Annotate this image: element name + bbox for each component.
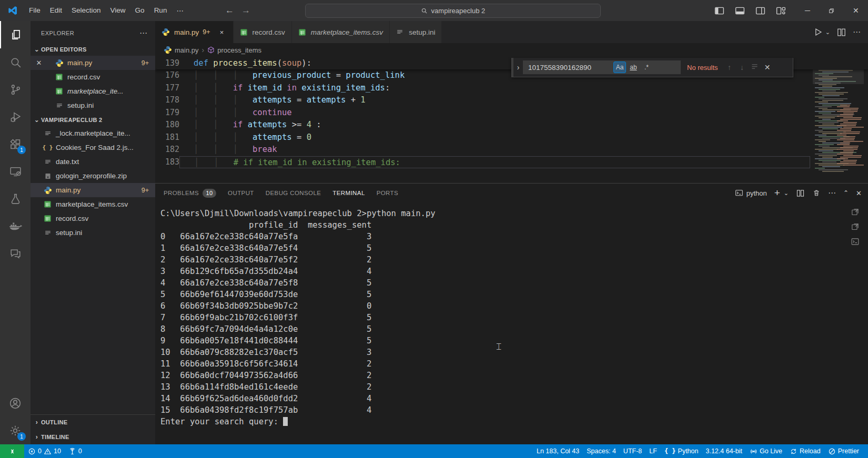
restore-button[interactable] <box>820 0 844 21</box>
regex-toggle[interactable]: .* <box>641 62 652 73</box>
tab-record-csv[interactable]: record.csv <box>234 21 292 43</box>
remote-indicator[interactable] <box>0 444 24 458</box>
customize-layout-icon[interactable] <box>772 3 790 18</box>
status-prettier[interactable]: Prettier <box>824 444 863 458</box>
problems-status[interactable]: 010 <box>24 444 65 458</box>
file-gologin-zeroprofile-zip[interactable]: gologin_zeroprofile.zip <box>31 169 155 183</box>
panel-tab-output[interactable]: OUTPUT <box>228 184 254 202</box>
file-record-csv[interactable]: record.csv <box>31 211 155 226</box>
open-editor-record-csv[interactable]: record.csv <box>31 70 155 84</box>
open-preview-icon[interactable] <box>851 208 860 217</box>
panel-tab-debug-console[interactable]: DEBUG CONSOLE <box>266 184 321 202</box>
open-editor-main-py[interactable]: ✕main.py9+ <box>31 56 155 70</box>
activity-files[interactable] <box>0 21 31 48</box>
activity-comments[interactable] <box>0 240 31 267</box>
panel-tab-terminal[interactable]: TERMINAL <box>332 184 365 202</box>
toggle-secondary-sidebar-icon[interactable] <box>751 3 770 18</box>
activity-source-control[interactable] <box>0 76 31 103</box>
tower-icon <box>68 447 76 455</box>
close-editor-icon[interactable]: ✕ <box>35 59 43 67</box>
find-close-button[interactable]: ✕ <box>761 63 774 72</box>
status-reload[interactable]: Reload <box>786 444 824 458</box>
status-python[interactable]: { }Python <box>661 444 702 458</box>
tab-setup-ini[interactable]: setup.ini <box>390 21 442 43</box>
editor-more-actions-button[interactable]: ⋯ <box>853 27 861 37</box>
folder-header[interactable]: ⌄ VAMPIREAPECLUB 2 <box>31 114 155 126</box>
maximize-panel-button[interactable]: ⌃ <box>843 189 849 197</box>
lines-file-icon <box>396 28 405 37</box>
file-main-py[interactable]: main.py9+ <box>31 183 155 197</box>
terminal-dropdown-icon[interactable]: ⌄ <box>784 190 789 197</box>
breadcrumb-main-py[interactable]: main.py <box>164 46 199 54</box>
minimap[interactable] <box>813 57 864 177</box>
terminal-profile-label[interactable]: python <box>735 189 767 197</box>
find-expand-icon[interactable]: › <box>513 63 523 72</box>
run-dropdown-icon[interactable]: ⌄ <box>825 29 830 36</box>
match-case-toggle[interactable]: Aa <box>613 62 626 73</box>
terminal-box-icon[interactable] <box>851 237 860 246</box>
close-tab-icon[interactable]: × <box>217 28 227 36</box>
activity-run-debug[interactable] <box>0 103 31 130</box>
activity-remote-explorer[interactable] <box>0 158 31 185</box>
file-setup-ini[interactable]: setup.ini <box>31 226 155 240</box>
activity-settings[interactable]: 1 <box>0 417 31 444</box>
status-3-12-4-64-bit[interactable]: 3.12.4 64-bit <box>702 444 746 458</box>
activity-testing[interactable] <box>0 185 31 212</box>
tab-main-py[interactable]: main.py9+× <box>155 21 234 43</box>
toggle-panel-icon[interactable] <box>731 3 749 18</box>
minimize-button[interactable]: ─ <box>795 0 820 21</box>
open-editor-marketplace-ite[interactable]: marketplace_ite... <box>31 84 155 98</box>
nav-forward-icon[interactable]: → <box>241 5 250 16</box>
file-date-txt[interactable]: date.txt <box>31 155 155 169</box>
status-lf[interactable]: LF <box>645 444 661 458</box>
activity-extensions[interactable]: 1 <box>0 130 31 158</box>
section-timeline[interactable]: ›TIMELINE <box>31 430 155 444</box>
menu-selection[interactable]: Selection <box>67 4 106 17</box>
open-preview-icon-2[interactable] <box>851 222 860 231</box>
activity-search[interactable] <box>0 48 31 76</box>
status-utf-8[interactable]: UTF-8 <box>620 444 645 458</box>
open-editor-setup-ini[interactable]: setup.ini <box>31 98 155 113</box>
split-terminal-button[interactable] <box>796 189 805 198</box>
find-previous-button[interactable]: ↑ <box>723 63 736 72</box>
file-marketplace-items-csv[interactable]: marketplace_items.csv <box>31 197 155 211</box>
terminal[interactable]: C:\Users\Djmil\Downloads\vampireapeclub … <box>155 202 868 444</box>
kill-terminal-button[interactable] <box>812 189 821 197</box>
menu-more[interactable]: ⋯ <box>171 4 188 17</box>
find-input[interactable] <box>527 63 613 72</box>
panel-more-actions-button[interactable]: ⋯ <box>828 188 836 198</box>
new-terminal-button[interactable]: + <box>774 190 780 196</box>
find-next-button[interactable]: ↓ <box>736 63 749 72</box>
file-cookies-for-saad-2-js[interactable]: { }Cookies_For Saad 2.js... <box>31 140 155 155</box>
run-python-button[interactable] <box>813 27 823 37</box>
whole-word-toggle[interactable]: ab <box>628 62 639 73</box>
activity-docker[interactable] <box>0 212 31 240</box>
open-editors-header[interactable]: ⌄ OPEN EDITORS <box>31 43 155 56</box>
close-button[interactable]: ✕ <box>844 0 868 21</box>
menu-edit[interactable]: Edit <box>45 4 67 17</box>
status-ln-183-col-43[interactable]: Ln 183, Col 43 <box>533 444 583 458</box>
menu-go[interactable]: Go <box>130 4 149 17</box>
menu-run[interactable]: Run <box>149 4 172 17</box>
nav-back-icon[interactable]: ← <box>225 5 234 16</box>
ports-status[interactable]: 0 <box>65 444 86 458</box>
command-center[interactable]: vampireapeclub 2 <box>305 4 601 18</box>
status-spaces-4[interactable]: Spaces: 4 <box>583 444 620 458</box>
status-go-live[interactable]: Go Live <box>746 444 786 458</box>
code-editor[interactable]: › Aa ab .* No results ↑ ↓ ✕ 139def proce… <box>155 57 868 183</box>
breadcrumb-process-items[interactable]: process_items <box>207 46 261 54</box>
menu-file[interactable]: File <box>24 4 45 17</box>
tab-marketplace-items-csv[interactable]: marketplace_items.csv <box>292 21 390 43</box>
panel-tab-ports[interactable]: PORTS <box>377 184 398 202</box>
section-outline[interactable]: ›OUTLINE <box>31 415 155 430</box>
explorer-more-icon[interactable]: ⋯ <box>139 28 148 38</box>
find-in-selection-button[interactable] <box>749 63 761 72</box>
activity-account[interactable] <box>0 390 31 417</box>
split-editor-button[interactable] <box>836 27 846 37</box>
panel-tab-problems[interactable]: PROBLEMS10 <box>164 184 216 202</box>
file-lock-marketplace-ite[interactable]: _lock.marketplace_ite... <box>31 126 155 140</box>
toggle-sidebar-icon[interactable] <box>710 3 729 18</box>
menu-view[interactable]: View <box>106 4 130 17</box>
command-center-label: vampireapeclub 2 <box>431 7 486 15</box>
close-panel-button[interactable]: ✕ <box>856 189 862 197</box>
